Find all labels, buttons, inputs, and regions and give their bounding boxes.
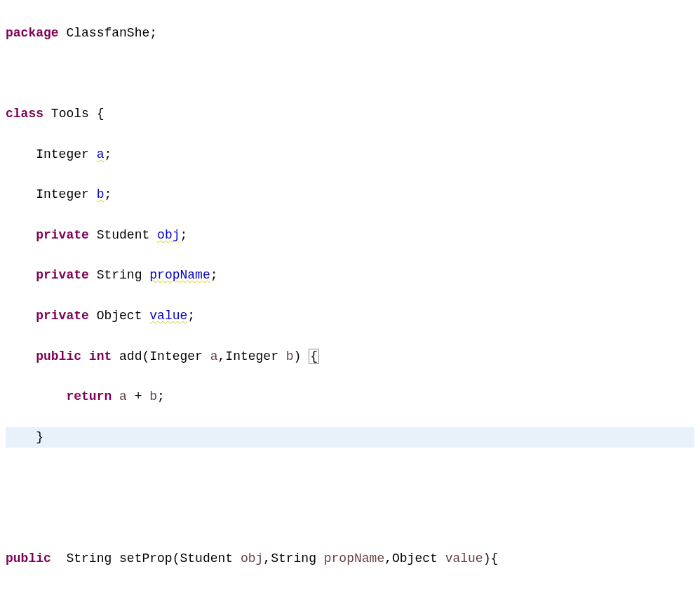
semicolon: ;: [149, 26, 157, 40]
semicolon: ;: [210, 268, 218, 282]
param-value: value: [445, 551, 483, 565]
code-line: class Tools {: [6, 104, 694, 124]
field-b: b: [97, 187, 105, 201]
semicolon: ;: [157, 389, 165, 403]
code-line-highlighted: }: [6, 427, 694, 448]
method-setprop: setProp: [119, 551, 173, 565]
var-a: a: [119, 389, 127, 403]
code-line: private String propName;: [6, 265, 694, 286]
keyword-private: private: [36, 268, 89, 282]
var-b: b: [149, 389, 157, 403]
type-student: Student: [97, 228, 150, 242]
type-string: String: [97, 268, 142, 282]
keyword-class: class: [6, 107, 43, 121]
type-object: Object: [392, 551, 438, 565]
field-a: a: [97, 147, 105, 161]
brace-open: {: [97, 107, 105, 121]
code-line-blank: [6, 63, 694, 83]
code-line-blank: [6, 589, 694, 609]
code-line: Integer b;: [6, 185, 694, 205]
code-line: package ClassfanShe;: [6, 23, 694, 43]
type-integer: Integer: [149, 349, 203, 363]
type-string: String: [66, 551, 112, 565]
keyword-public: public: [6, 551, 51, 565]
comma: ,: [263, 551, 271, 565]
method-add: add: [119, 349, 142, 363]
code-line-blank: [6, 508, 694, 528]
semicolon: ;: [104, 147, 112, 161]
param-b: b: [286, 349, 294, 363]
operator-plus: +: [135, 389, 142, 403]
field-propname: propName: [149, 268, 210, 282]
type-integer: Integer: [225, 349, 278, 363]
comma: ,: [218, 349, 226, 363]
type-student: Student: [180, 551, 233, 565]
comma: ,: [384, 551, 392, 565]
keyword-package: package: [6, 26, 59, 40]
code-editor[interactable]: package ClassfanShe; class Tools { Integ…: [0, 0, 700, 616]
param-propname: propName: [324, 551, 384, 565]
brace-close: }: [36, 430, 43, 444]
code-line: return a + b;: [6, 387, 694, 407]
semicolon: ;: [187, 309, 195, 323]
paren-close: ): [483, 551, 491, 565]
param-obj: obj: [241, 551, 263, 565]
field-value: value: [149, 309, 187, 323]
keyword-private: private: [36, 309, 89, 323]
keyword-public: public: [36, 349, 81, 363]
paren-open: (: [173, 551, 180, 565]
code-line: public String setProp(Student obj,String…: [6, 549, 694, 569]
code-line: public int add(Integer a,Integer b) {: [6, 347, 694, 367]
keyword-int: int: [89, 349, 112, 363]
semicolon: ;: [180, 228, 188, 242]
type-integer: Integer: [36, 147, 89, 161]
semicolon: ;: [104, 187, 112, 201]
paren-open: (: [142, 349, 149, 363]
brace-open-boxed: {: [309, 349, 319, 364]
code-line: private Student obj;: [6, 225, 694, 246]
class-name: Tools: [51, 107, 89, 121]
type-string: String: [271, 551, 316, 565]
type-object: Object: [97, 309, 142, 323]
package-name: ClassfanShe: [66, 26, 149, 40]
code-line-blank: [6, 467, 694, 488]
code-line: private Object value;: [6, 306, 694, 326]
code-line: Integer a;: [6, 145, 694, 165]
param-a: a: [210, 349, 218, 363]
type-integer: Integer: [36, 187, 89, 201]
keyword-return: return: [66, 389, 112, 403]
paren-close: ): [294, 349, 302, 363]
keyword-private: private: [36, 228, 89, 242]
field-obj: obj: [157, 228, 180, 242]
brace-open: {: [490, 551, 498, 565]
